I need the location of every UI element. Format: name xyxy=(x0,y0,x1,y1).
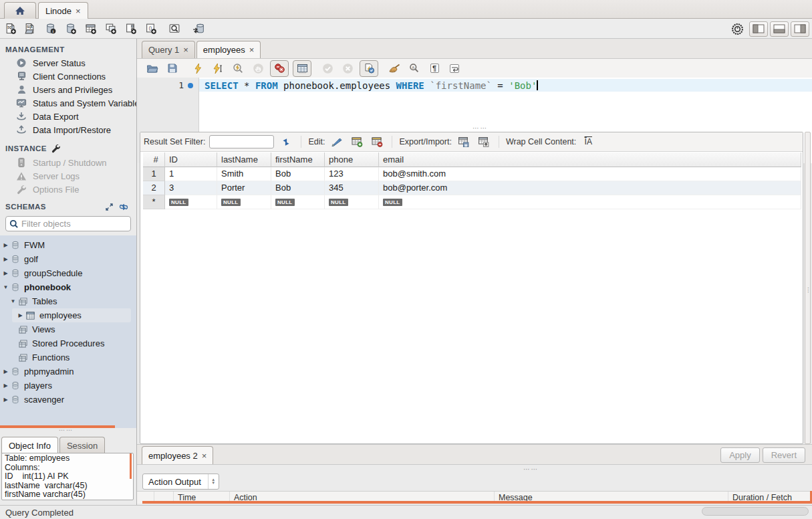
cell[interactable]: Smith xyxy=(217,167,271,181)
refresh-results-button[interactable] xyxy=(278,134,294,149)
schema-filter-input[interactable] xyxy=(21,219,122,229)
cell[interactable]: bob@smith.com xyxy=(379,167,801,181)
execute-button[interactable] xyxy=(188,60,208,77)
sidebar-item-users-and-privileges[interactable]: Users and Privileges xyxy=(0,83,136,96)
sidebar-item-server-logs[interactable]: Server Logs xyxy=(0,169,136,183)
wrap-cell-toggle[interactable]: ĪA xyxy=(580,134,596,149)
cell[interactable]: NULL xyxy=(325,195,379,209)
sidebar-item-status-and-system-variables[interactable]: Status and System Variables xyxy=(0,96,136,110)
tab-session[interactable]: Session xyxy=(59,437,105,453)
refresh-schemas-icon[interactable] xyxy=(119,203,128,211)
sidebar-item-data-import-restore[interactable]: Data Import/Restore xyxy=(0,123,136,136)
cell[interactable]: 1 xyxy=(165,167,217,181)
create-view-button[interactable] xyxy=(100,20,120,37)
cell[interactable]: NULL xyxy=(217,195,271,209)
column-header-ID[interactable]: ID xyxy=(165,152,217,167)
cell[interactable]: 3 xyxy=(165,181,217,195)
close-icon[interactable]: × xyxy=(76,6,81,16)
sidebar-item-options-file[interactable]: Options File xyxy=(0,183,136,196)
execute-current-button[interactable] xyxy=(208,60,228,77)
sidebar-item-startup-shutdown[interactable]: Startup / Shutdown xyxy=(0,156,136,169)
column-header-phone[interactable]: phone xyxy=(325,152,379,167)
toggle-right-sidebar-button[interactable] xyxy=(791,21,809,37)
table-row[interactable]: 23PorterBob345bob@porter.com xyxy=(143,181,803,195)
column-header-email[interactable]: email xyxy=(379,152,801,167)
chevron-right-icon[interactable]: ▶ xyxy=(3,256,9,262)
toggle-autocommit-button[interactable] xyxy=(360,60,378,77)
create-function-button[interactable]: () xyxy=(140,20,160,37)
chevron-right-icon[interactable]: ▶ xyxy=(3,397,9,403)
cell[interactable]: NULL xyxy=(379,195,801,209)
tree-item-functions[interactable]: Functions xyxy=(0,350,136,365)
toggle-bottom-panel-button[interactable] xyxy=(770,21,789,37)
column-header-firstName[interactable]: firstName xyxy=(271,152,325,167)
connection-tab-linode[interactable]: Linode × xyxy=(38,2,88,19)
beautify-button[interactable] xyxy=(384,60,404,77)
open-script-button[interactable] xyxy=(142,60,162,77)
cell[interactable]: Porter xyxy=(217,181,271,195)
spinner-arrows-icon[interactable]: ▲▼ xyxy=(208,474,219,489)
chevron-down-icon[interactable]: ▼ xyxy=(10,298,16,304)
chevron-right-icon[interactable]: ▶ xyxy=(17,312,23,318)
close-icon[interactable]: × xyxy=(183,45,188,55)
tree-item-employees[interactable]: ▶employees xyxy=(0,308,136,322)
cell[interactable]: NULL xyxy=(165,195,217,209)
toggle-left-sidebar-button[interactable] xyxy=(749,21,768,37)
tree-item-fwm[interactable]: ▶FWM xyxy=(0,238,136,252)
editor-result-splitter[interactable]: ⋯⋯ xyxy=(472,124,488,132)
toggle-stop-on-error-button[interactable] xyxy=(270,60,289,77)
chevron-down-icon[interactable]: ▼ xyxy=(3,284,9,290)
cell[interactable]: 345 xyxy=(325,181,379,195)
show-invisibles-button[interactable]: ¶ xyxy=(424,60,444,77)
output-selector[interactable]: Action Output ▲▼ xyxy=(142,474,219,490)
tree-hscrollbar[interactable] xyxy=(0,425,115,428)
create-procedure-button[interactable] xyxy=(120,20,140,37)
bottom-scrollbar-thumb[interactable] xyxy=(702,507,809,516)
cell[interactable]: Bob xyxy=(271,167,325,181)
export-results-button[interactable] xyxy=(456,134,472,149)
tree-item-groupschedule[interactable]: ▶groupSchedule xyxy=(0,266,136,280)
open-sql-script-button[interactable]: SQL xyxy=(20,20,40,37)
chevron-right-icon[interactable]: ▶ xyxy=(3,242,9,248)
import-results-button[interactable] xyxy=(476,134,492,149)
limit-rows-button[interactable] xyxy=(293,60,311,77)
sidebar-item-data-export[interactable]: Data Export xyxy=(0,110,136,123)
tab-query-1[interactable]: Query 1× xyxy=(142,41,195,58)
result-filter-input[interactable] xyxy=(209,135,274,148)
table-row[interactable]: 11SmithBob123bob@smith.com xyxy=(143,167,803,181)
sidebar-splitter-handle[interactable]: ⋯⋯ xyxy=(59,427,74,433)
column-header-lastName[interactable]: lastName xyxy=(217,152,271,167)
tree-item-phpmyadmin[interactable]: ▶phpmyadmin xyxy=(0,365,136,379)
tree-item-phonebook[interactable]: ▼phonebook xyxy=(0,280,136,294)
create-table-button[interactable] xyxy=(80,20,100,37)
right-panel-handle[interactable]: ⋯ xyxy=(805,287,812,295)
cell[interactable]: NULL xyxy=(271,195,325,209)
cell[interactable]: bob@porter.com xyxy=(379,181,801,195)
result-grid[interactable]: #IDlastNamefirstNamephoneemail11SmithBob… xyxy=(143,152,803,209)
chevron-right-icon[interactable]: ▶ xyxy=(3,383,9,389)
cell[interactable]: Bob xyxy=(271,181,325,195)
apply-button[interactable]: Apply xyxy=(720,447,760,463)
close-icon[interactable]: × xyxy=(202,451,207,461)
reconnect-dbms-button[interactable] xyxy=(188,20,209,37)
sql-code-line[interactable]: SELECT * FROM phonebook.employees WHERE … xyxy=(199,79,812,92)
edit-record-button[interactable] xyxy=(329,134,345,149)
find-button[interactable]: A xyxy=(404,60,424,77)
cell[interactable]: 123 xyxy=(325,167,379,181)
tab-employees-2[interactable]: employees 2× xyxy=(142,446,213,464)
insert-row-button[interactable] xyxy=(349,134,365,149)
search-table-data-button[interactable] xyxy=(164,20,184,37)
output-hscrollbar[interactable] xyxy=(142,501,812,504)
close-icon[interactable]: × xyxy=(249,45,255,55)
tree-item-views[interactable]: Views xyxy=(0,322,136,336)
preferences-button[interactable] xyxy=(727,20,747,37)
toggle-wrap-button[interactable] xyxy=(444,60,464,77)
save-script-button[interactable] xyxy=(162,60,182,77)
tree-item-golf[interactable]: ▶golf xyxy=(0,252,136,266)
tab-object-info[interactable]: Object Info xyxy=(1,437,58,453)
tab-employees[interactable]: employees× xyxy=(196,41,261,58)
new-row-placeholder[interactable]: *NULLNULLNULLNULLNULL xyxy=(143,195,803,209)
collapsed-right-panel[interactable]: ⋯ xyxy=(805,132,811,444)
column-header-num[interactable]: # xyxy=(143,152,165,167)
chevron-right-icon[interactable]: ▶ xyxy=(3,369,9,375)
